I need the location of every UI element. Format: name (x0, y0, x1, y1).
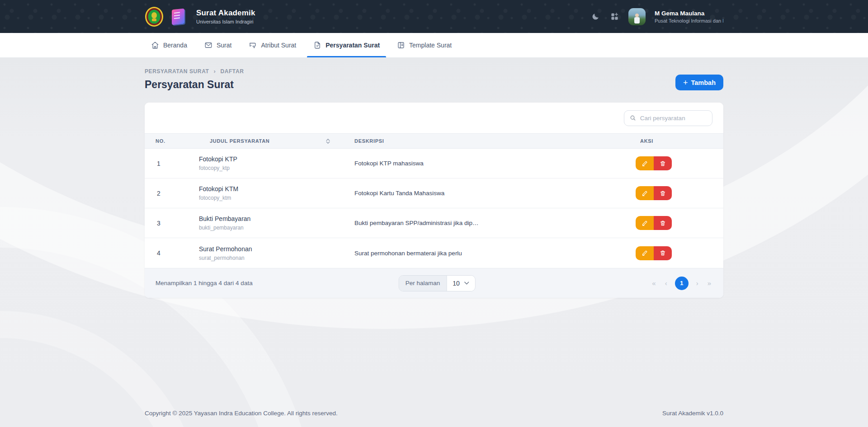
mail-icon (204, 41, 212, 49)
chevron-down-icon (464, 282, 469, 285)
pencil-icon (642, 190, 648, 197)
add-button-label: Tambah (691, 79, 716, 86)
table-row: 3Bukti Pembayaranbukti_pembayaranBukti p… (145, 208, 723, 238)
first-page-button[interactable]: « (651, 279, 657, 287)
plus-icon: + (683, 79, 688, 87)
table-body: 1Fotokopi KTPfotocopy_ktpFotokopi KTP ma… (145, 149, 723, 268)
university-seal-icon (145, 6, 164, 27)
home-icon (151, 41, 159, 49)
chat-attribute-icon (249, 41, 257, 49)
breadcrumb-current[interactable]: DAFTAR (220, 68, 244, 75)
requirement-description: Fotokopi Kartu Tanda Mahasiswa (344, 190, 629, 197)
user-role: Pusat Teknologi Informasi dan P (655, 18, 723, 23)
tab-atribut-surat[interactable]: Atribut Surat (242, 33, 302, 57)
page-title: Persyaratan Surat (145, 79, 244, 91)
tab-label: Atribut Surat (261, 42, 296, 49)
pencil-icon (642, 250, 648, 256)
results-summary: Menampilkan 1 hingga 4 dari 4 data (156, 280, 253, 286)
document-check-icon (313, 41, 321, 49)
sort-icon[interactable] (326, 139, 330, 144)
tab-label: Surat (217, 42, 231, 49)
requirement-description: Surat permohonan bermaterai jika perlu (344, 250, 629, 257)
per-page-label: Per halaman (399, 276, 447, 291)
app-logo[interactable]: Surat Akademik Universitas Islam Indragi… (145, 6, 255, 27)
pencil-icon (642, 220, 648, 226)
requirement-title-cell: Fotokopi KTPfotocopy_ktp (199, 155, 344, 171)
user-info[interactable]: M Gema Maulana Pusat Teknologi Informasi… (655, 10, 723, 23)
per-page-select[interactable]: 10 (447, 276, 475, 291)
row-number: 1 (145, 160, 199, 167)
table-footer: Menampilkan 1 hingga 4 dari 4 data Per h… (145, 268, 723, 298)
current-page-button[interactable]: 1 (675, 277, 689, 290)
apps-grid-icon (610, 12, 619, 21)
dark-mode-toggle[interactable] (590, 12, 600, 22)
requirement-title-cell: Surat Permohonansurat_permohonan (199, 245, 344, 261)
search-icon (630, 114, 636, 122)
site-footer: Copyright © 2025 Yayasan Indra Education… (145, 410, 723, 417)
column-header-deskripsi: DESKRIPSI (344, 138, 629, 144)
requirement-title-cell: Fotokopi KTMfotocopy_ktm (199, 185, 344, 201)
pencil-icon (642, 160, 648, 167)
tab-label: Persyaratan Surat (326, 42, 380, 49)
trash-icon (660, 190, 666, 197)
row-actions-cell (629, 246, 723, 260)
requirement-slug: surat_permohonan (199, 255, 330, 261)
edit-button[interactable] (636, 246, 654, 260)
edit-button[interactable] (636, 216, 654, 230)
app-title: Surat Akademik (196, 9, 255, 18)
column-header-judul[interactable]: JUDUL PERSYARATAN (199, 138, 344, 144)
last-page-button[interactable]: » (706, 279, 712, 287)
tab-beranda[interactable]: Beranda (145, 33, 193, 57)
tab-surat[interactable]: Surat (198, 33, 238, 57)
row-number: 2 (145, 190, 199, 197)
apps-menu-button[interactable] (609, 12, 619, 22)
trash-icon (660, 220, 666, 226)
column-header-aksi: AKSI (629, 138, 723, 144)
row-actions-cell (629, 186, 723, 200)
delete-button[interactable] (654, 216, 672, 230)
edit-button[interactable] (636, 156, 654, 170)
tab-label: Template Surat (409, 42, 452, 49)
add-requirement-button[interactable]: + Tambah (675, 75, 723, 90)
column-header-no: NO. (145, 138, 199, 144)
delete-button[interactable] (654, 246, 672, 260)
requirement-title: Surat Permohonan (199, 245, 330, 253)
user-avatar[interactable] (628, 8, 646, 25)
edit-button[interactable] (636, 186, 654, 200)
moon-icon (591, 12, 600, 21)
requirement-title-cell: Bukti Pembayaranbukti_pembayaran (199, 215, 344, 231)
table-header: NO. JUDUL PERSYARATAN DESKRIPSI AKSI (145, 133, 723, 149)
row-actions-cell (629, 216, 723, 230)
row-actions-cell (629, 156, 723, 170)
user-name: M Gema Maulana (655, 10, 723, 17)
requirement-title: Fotokopi KTP (199, 155, 330, 163)
breadcrumb-parent[interactable]: PERSYARATAN SURAT (145, 68, 209, 75)
requirement-slug: fotocopy_ktp (199, 165, 330, 171)
requirement-description: Bukti pembayaran SPP/administrasi jika d… (344, 220, 629, 226)
requirement-description: Fotokopi KTP mahasiswa (344, 160, 629, 167)
requirement-title: Fotokopi KTM (199, 185, 330, 192)
copyright-text: Copyright © 2025 Yayasan Indra Education… (145, 410, 338, 417)
requirement-title: Bukti Pembayaran (199, 215, 330, 222)
row-actions (636, 186, 672, 200)
table-row: 1Fotokopi KTPfotocopy_ktpFotokopi KTP ma… (145, 149, 723, 178)
pagination: « ‹ 1 › » (651, 277, 712, 290)
app-title-block: Surat Akademik Universitas Islam Indragi… (196, 9, 255, 24)
prev-page-button[interactable]: ‹ (664, 279, 669, 287)
table-row: 2Fotokopi KTMfotocopy_ktmFotokopi Kartu … (145, 178, 723, 208)
delete-button[interactable] (654, 186, 672, 200)
row-number: 3 (145, 220, 199, 227)
trash-icon (660, 250, 666, 256)
search-box (624, 110, 712, 126)
tab-template-surat[interactable]: Template Surat (391, 33, 458, 57)
delete-button[interactable] (654, 156, 672, 170)
next-page-button[interactable]: › (695, 279, 700, 287)
breadcrumb: PERSYARATAN SURAT › DAFTAR (145, 68, 244, 75)
template-layout-icon (397, 41, 405, 49)
table-row: 4Surat Permohonansurat_permohonanSurat p… (145, 238, 723, 268)
row-actions (636, 156, 672, 170)
version-text: Surat Akademik v1.0.0 (662, 410, 723, 417)
search-input[interactable] (640, 115, 707, 122)
main-nav: Beranda Surat Atribut Surat Persyaratan … (0, 33, 868, 58)
tab-persyaratan-surat[interactable]: Persyaratan Surat (307, 33, 386, 57)
